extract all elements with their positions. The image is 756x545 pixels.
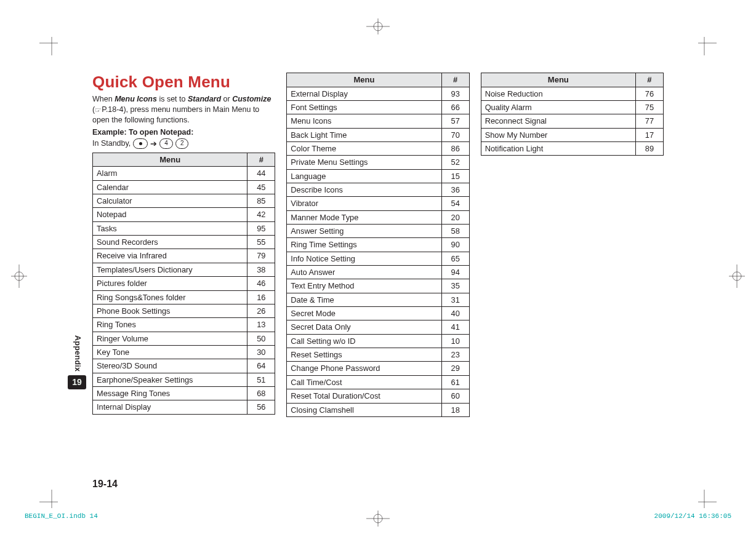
table-row: Menu Icons57 <box>287 114 469 128</box>
menu-cell: Phone Book Settings <box>93 304 247 317</box>
menu-cell: Info Notice Setting <box>287 252 441 265</box>
table-row: Pictures folder46 <box>93 277 275 290</box>
table-body: External Display93Font Settings66Menu Ic… <box>287 87 469 416</box>
registration-mark-icon <box>366 18 390 34</box>
menu-cell: Call Time/Cost <box>287 375 441 389</box>
number-cell: 60 <box>441 389 469 403</box>
menu-cell: Ring Songs&Tones folder <box>93 290 247 304</box>
table-row: Closing Clamshell18 <box>287 403 469 416</box>
menu-cell: Vibrator <box>287 197 441 210</box>
menu-cell: Color Theme <box>287 141 441 155</box>
table-row: Font Settings66 <box>287 100 469 114</box>
menu-table-3: Menu # Noise Reduction76Quality Alarm75R… <box>481 73 664 156</box>
table-row: Call Time/Cost61 <box>287 375 469 389</box>
table-row: Calendar45 <box>93 180 275 194</box>
table-row: Stereo/3D Sound64 <box>93 359 275 373</box>
imprint-timestamp: 2009/12/14 16:36:05 <box>654 512 731 520</box>
intro-paragraph: When Menu Icons is set to Standard or Cu… <box>92 94 275 125</box>
menu-cell: Reset Settings <box>287 348 441 362</box>
table-row: Ring Time Settings90 <box>287 238 469 252</box>
table-row: Color Theme86 <box>287 141 469 155</box>
number-cell: 65 <box>441 252 469 265</box>
menu-cell: Change Phone Password <box>287 362 441 375</box>
table-row: Alarm44 <box>93 167 275 180</box>
menu-table-2: Menu # External Display93Font Settings66… <box>286 73 469 417</box>
number-cell: 10 <box>441 334 469 348</box>
table-row: Receive via Infrared79 <box>93 249 275 263</box>
column-1: Quick Open Menu When Menu Icons is set t… <box>92 73 275 490</box>
menu-cell: Call Setting w/o ID <box>287 334 441 348</box>
number-cell: 44 <box>247 167 275 180</box>
number-cell: 68 <box>247 386 275 400</box>
menu-cell: Calendar <box>93 180 247 194</box>
menu-cell: Message Ring Tones <box>93 386 247 400</box>
col-header-num: # <box>247 153 275 167</box>
crop-mark-icon <box>698 490 717 508</box>
menu-cell: Stereo/3D Sound <box>93 359 247 373</box>
menu-cell: Notepad <box>93 208 247 221</box>
imprint-filename: BEGIN_E_OI.indb 14 <box>25 512 98 520</box>
table-row: Phone Book Settings26 <box>93 304 275 317</box>
menu-cell: Font Settings <box>287 100 441 114</box>
table-row: Noise Reduction76 <box>481 87 663 100</box>
number-cell: 61 <box>441 375 469 389</box>
menu-cell: Ring Time Settings <box>287 238 441 252</box>
number-cell: 66 <box>441 100 469 114</box>
number-cell: 89 <box>635 141 663 155</box>
number-cell: 17 <box>635 128 663 141</box>
table-row: Info Notice Setting65 <box>287 252 469 265</box>
table-row: Private Menu Settings52 <box>287 156 469 169</box>
menu-cell: Manner Mode Type <box>287 210 441 224</box>
number-cell: 57 <box>441 114 469 128</box>
menu-cell: Show My Number <box>481 128 635 141</box>
menu-cell: Pictures folder <box>93 277 247 290</box>
menu-cell: Quality Alarm <box>481 100 635 114</box>
table-row: Ring Songs&Tones folder16 <box>93 290 275 304</box>
section-label: Appendix <box>73 335 82 372</box>
table-row: Quality Alarm75 <box>481 100 663 114</box>
number-cell: 55 <box>247 236 275 249</box>
digit-key-icon: 4 <box>159 138 173 149</box>
table-row: Key Tone30 <box>93 345 275 359</box>
registration-mark-icon <box>366 511 390 527</box>
menu-cell: Date & Time <box>287 293 441 306</box>
table-row: Calculator85 <box>93 194 275 208</box>
menu-cell: Receive via Infrared <box>93 249 247 263</box>
table-row: Secret Data Only41 <box>287 320 469 334</box>
table-row: Show My Number17 <box>481 128 663 141</box>
col-header-menu: Menu <box>287 73 441 87</box>
menu-cell: Noise Reduction <box>481 87 635 100</box>
table-row: Change Phone Password29 <box>287 362 469 375</box>
col-header-menu: Menu <box>481 73 635 87</box>
number-cell: 45 <box>247 180 275 194</box>
chapter-number: 19 <box>68 375 86 389</box>
number-cell: 30 <box>247 345 275 359</box>
number-cell: 16 <box>247 290 275 304</box>
table-row: Sound Recorders55 <box>93 236 275 249</box>
table-row: Language15 <box>287 169 469 183</box>
number-cell: 86 <box>441 141 469 155</box>
menu-cell: Key Tone <box>93 345 247 359</box>
example-line: Example: To open Notepad: <box>92 128 275 137</box>
number-cell: 38 <box>247 263 275 276</box>
number-cell: 18 <box>441 403 469 416</box>
number-cell: 46 <box>247 277 275 290</box>
menu-cell: Reconnect Signal <box>481 114 635 128</box>
number-cell: 23 <box>441 348 469 362</box>
menu-cell: Describe Icons <box>287 183 441 197</box>
table-row: Text Entry Method35 <box>287 279 469 293</box>
menu-cell: Earphone/Speaker Settings <box>93 373 247 386</box>
number-cell: 70 <box>441 128 469 141</box>
number-cell: 90 <box>441 238 469 252</box>
content-area: Quick Open Menu When Menu Icons is set t… <box>92 73 664 490</box>
arrow-icon: ➔ <box>150 139 157 149</box>
menu-cell: Language <box>287 169 441 183</box>
number-cell: 42 <box>247 208 275 221</box>
number-cell: 50 <box>247 332 275 345</box>
number-cell: 94 <box>441 266 469 279</box>
table-row: Reconnect Signal77 <box>481 114 663 128</box>
table-row: Auto Answer94 <box>287 266 469 279</box>
table-row: Describe Icons36 <box>287 183 469 197</box>
table-row: Manner Mode Type20 <box>287 210 469 224</box>
number-cell: 52 <box>441 156 469 169</box>
